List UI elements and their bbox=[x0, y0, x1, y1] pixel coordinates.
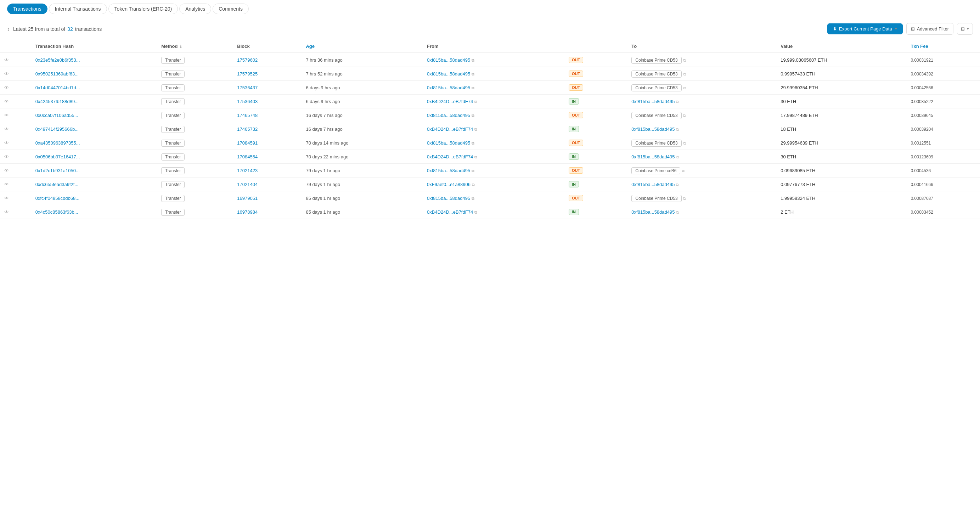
tab-comments[interactable]: Comments bbox=[213, 3, 249, 14]
copy-to-icon[interactable]: ⧉ bbox=[683, 72, 686, 76]
eye-icon[interactable]: 👁 bbox=[4, 57, 9, 63]
from-link[interactable]: 0xf815ba...58dad495 bbox=[427, 168, 470, 173]
copy-to-icon[interactable]: ⧉ bbox=[683, 86, 686, 90]
copy-from-icon[interactable]: ⧉ bbox=[474, 210, 477, 215]
txhash-link[interactable]: 0x424537fb188d89... bbox=[35, 99, 79, 104]
block-link[interactable]: 17084554 bbox=[237, 154, 258, 159]
eye-icon[interactable]: 👁 bbox=[4, 154, 9, 159]
eye-icon[interactable]: 👁 bbox=[4, 140, 9, 146]
chevron-down-icon: ▾ bbox=[895, 27, 897, 31]
block-cell: 17021404 bbox=[233, 178, 302, 191]
eye-icon[interactable]: 👁 bbox=[4, 85, 9, 91]
from-cell: 0xf815ba...58dad495⧉ bbox=[423, 67, 562, 81]
from-link[interactable]: 0xf815ba...58dad495 bbox=[427, 85, 470, 91]
copy-from-icon[interactable]: ⧉ bbox=[472, 86, 474, 90]
copy-to-icon[interactable]: ⧉ bbox=[683, 141, 686, 145]
copy-from-icon[interactable]: ⧉ bbox=[472, 169, 474, 173]
block-link[interactable]: 17465748 bbox=[237, 113, 258, 118]
eye-icon[interactable]: 👁 bbox=[4, 182, 9, 187]
block-link[interactable]: 16979051 bbox=[237, 196, 258, 201]
copy-from-icon[interactable]: ⧉ bbox=[472, 72, 474, 76]
eye-cell: 👁 bbox=[0, 67, 31, 81]
from-link[interactable]: 0xf815ba...58dad495 bbox=[427, 196, 470, 201]
txhash-link[interactable]: 0xdc655fead3a9f2f... bbox=[35, 182, 78, 187]
eye-icon[interactable]: 👁 bbox=[4, 210, 9, 215]
txhash-link[interactable]: 0xa4350963897355... bbox=[35, 140, 80, 146]
txhash-link[interactable]: 0x14d0447014bd1d... bbox=[35, 85, 80, 91]
copy-from-icon[interactable]: ⧉ bbox=[474, 100, 477, 104]
eye-cell: 👁 bbox=[0, 95, 31, 108]
tab-token-transfers[interactable]: Token Transfers (ERC-20) bbox=[108, 3, 178, 14]
to-cell: Coinbase Prime CD53⧉ bbox=[627, 108, 776, 122]
txhash-link[interactable]: 0x0cca07f106ad55... bbox=[35, 113, 78, 118]
copy-from-icon[interactable]: ⧉ bbox=[472, 196, 474, 200]
eye-icon[interactable]: 👁 bbox=[4, 99, 9, 104]
from-link[interactable]: 0xF9aef0...e1a88906 bbox=[427, 182, 471, 187]
copy-to-icon[interactable]: ⧉ bbox=[676, 155, 679, 159]
block-link[interactable]: 17021423 bbox=[237, 168, 258, 173]
block-link[interactable]: 16978984 bbox=[237, 210, 258, 215]
value-text: 0.09776773 ETH bbox=[781, 182, 815, 187]
copy-to-icon[interactable]: ⧉ bbox=[682, 169, 684, 173]
block-link[interactable]: 17465732 bbox=[237, 127, 258, 132]
eye-icon[interactable]: 👁 bbox=[4, 196, 9, 201]
copy-from-icon[interactable]: ⧉ bbox=[472, 58, 474, 62]
copy-to-icon[interactable]: ⧉ bbox=[683, 196, 686, 200]
copy-to-icon[interactable]: ⧉ bbox=[676, 210, 679, 215]
direction-badge: IN bbox=[569, 181, 579, 188]
txhash-link[interactable]: 0x0506bb97e16417... bbox=[35, 154, 80, 159]
advanced-filter-button[interactable]: ⊞ Advanced Filter bbox=[906, 23, 953, 35]
value-cell: 30 ETH bbox=[776, 95, 906, 108]
copy-to-icon[interactable]: ⧉ bbox=[676, 127, 679, 132]
export-button[interactable]: ⬇ Export Current Page Data ▾ bbox=[827, 23, 903, 34]
txhash-link[interactable]: 0x4c50c85863f63b... bbox=[35, 210, 78, 215]
copy-from-icon[interactable]: ⧉ bbox=[472, 183, 475, 187]
from-link[interactable]: 0xB4D24D...eB7fdF74 bbox=[427, 127, 473, 132]
copy-to-icon[interactable]: ⧉ bbox=[683, 113, 686, 118]
txhash-link[interactable]: 0x497414f295666b... bbox=[35, 127, 79, 132]
copy-to-icon[interactable]: ⧉ bbox=[683, 58, 686, 62]
txhash-cell: 0x23e5fe2e0b6f353... bbox=[31, 53, 157, 67]
block-link[interactable]: 17579525 bbox=[237, 71, 258, 76]
copy-from-icon[interactable]: ⧉ bbox=[474, 155, 477, 159]
to-link[interactable]: 0xf815ba...58dad495 bbox=[632, 99, 675, 104]
eye-icon[interactable]: 👁 bbox=[4, 127, 9, 132]
copy-to-icon[interactable]: ⧉ bbox=[676, 100, 679, 104]
from-link[interactable]: 0xf815ba...58dad495 bbox=[427, 140, 470, 146]
to-link[interactable]: 0xf815ba...58dad495 bbox=[632, 127, 675, 132]
filter-toggle-button[interactable]: ⊟ ▾ bbox=[957, 23, 973, 35]
copy-from-icon[interactable]: ⧉ bbox=[472, 141, 474, 145]
tab-transactions[interactable]: Transactions bbox=[7, 3, 48, 14]
tab-internal-transactions[interactable]: Internal Transactions bbox=[49, 3, 107, 14]
advanced-filter-label: Advanced Filter bbox=[917, 26, 949, 32]
block-link[interactable]: 17579602 bbox=[237, 57, 258, 63]
age-text: 79 days 1 hr ago bbox=[306, 168, 340, 173]
txhash-link[interactable]: 0x1d2c1b931a1050... bbox=[35, 168, 80, 173]
txhash-link[interactable]: 0xfc4f04858cbdb68... bbox=[35, 196, 80, 201]
txhash-link[interactable]: 0x23e5fe2e0b6f353... bbox=[35, 57, 80, 63]
from-link[interactable]: 0xf815ba...58dad495 bbox=[427, 57, 470, 63]
from-link[interactable]: 0xB4D24D...eB7fdF74 bbox=[427, 210, 473, 215]
copy-to-icon[interactable]: ⧉ bbox=[676, 183, 679, 187]
to-link[interactable]: 0xf815ba...58dad495 bbox=[632, 154, 675, 159]
direction-badge: OUT bbox=[569, 84, 583, 91]
copy-from-icon[interactable]: ⧉ bbox=[474, 127, 477, 132]
from-link[interactable]: 0xf815ba...58dad495 bbox=[427, 113, 470, 118]
to-link[interactable]: 0xf815ba...58dad495 bbox=[632, 182, 675, 187]
block-link[interactable]: 17021404 bbox=[237, 182, 258, 187]
tab-bar: TransactionsInternal TransactionsToken T… bbox=[0, 0, 980, 18]
txhash-cell: 0x424537fb188d89... bbox=[31, 95, 157, 108]
block-link[interactable]: 17536437 bbox=[237, 85, 258, 91]
from-link[interactable]: 0xB4D24D...eB7fdF74 bbox=[427, 154, 473, 159]
to-link[interactable]: 0xf815ba...58dad495 bbox=[632, 210, 675, 215]
block-link[interactable]: 17084591 bbox=[237, 140, 258, 146]
tab-analytics[interactable]: Analytics bbox=[179, 3, 211, 14]
eye-icon[interactable]: 👁 bbox=[4, 71, 9, 76]
copy-from-icon[interactable]: ⧉ bbox=[472, 113, 474, 118]
txhash-link[interactable]: 0x950251369abf63... bbox=[35, 71, 79, 76]
from-link[interactable]: 0xf815ba...58dad495 bbox=[427, 71, 470, 76]
eye-icon[interactable]: 👁 bbox=[4, 113, 9, 118]
block-link[interactable]: 17536403 bbox=[237, 99, 258, 104]
eye-icon[interactable]: 👁 bbox=[4, 168, 9, 173]
from-link[interactable]: 0xB4D24D...eB7fdF74 bbox=[427, 99, 473, 104]
